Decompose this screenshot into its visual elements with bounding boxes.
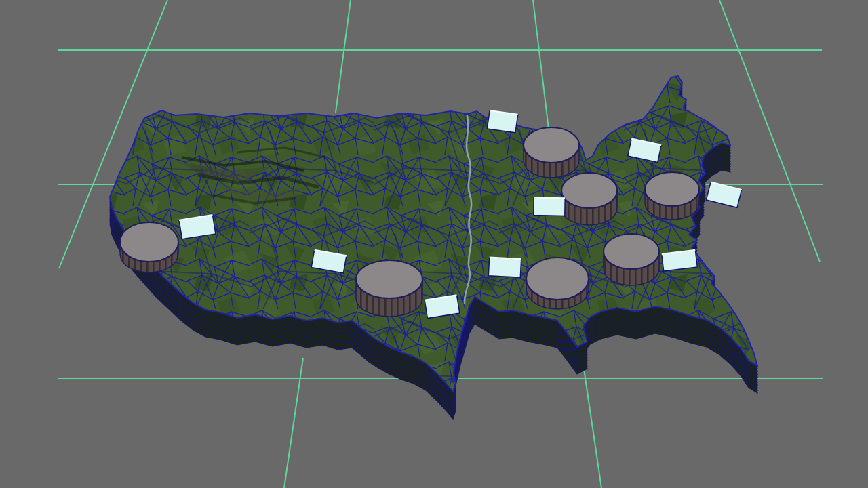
- cylinder-mideast[interactable]: [561, 173, 617, 225]
- grid-line: [533, 0, 549, 129]
- cylinder-top: [524, 127, 579, 163]
- billboard-card: [534, 198, 565, 216]
- cylinder-top: [356, 260, 422, 298]
- grid-line: [336, 0, 351, 113]
- scene-svg: [0, 0, 868, 488]
- billboard-southcenter[interactable]: [488, 258, 521, 277]
- cylinder-southeast[interactable]: [604, 234, 659, 285]
- billboard-north[interactable]: [487, 110, 517, 133]
- cylinder-west[interactable]: [120, 222, 178, 272]
- cylinder-north[interactable]: [524, 127, 579, 178]
- grid-line: [284, 358, 303, 488]
- billboard-card: [488, 258, 521, 277]
- cylinder-top: [645, 172, 699, 206]
- cylinder-southcenter[interactable]: [526, 258, 589, 309]
- grid-line: [581, 350, 601, 488]
- cylinder-east[interactable]: [645, 172, 699, 220]
- grid-line: [719, 0, 820, 262]
- billboard-centerright[interactable]: [534, 198, 565, 216]
- billboard-highlight-edge: [534, 198, 565, 199]
- cylinder-top: [120, 222, 178, 262]
- cylinder-top: [604, 234, 659, 269]
- cylinder-center[interactable]: [356, 260, 422, 317]
- billboard-east[interactable]: [706, 182, 741, 208]
- cylinder-top: [526, 258, 589, 300]
- billboard-southeast[interactable]: [662, 250, 698, 271]
- viewport-3d[interactable]: [0, 0, 868, 488]
- usa-terrain-mesh[interactable]: [110, 76, 757, 419]
- cylinder-top: [561, 173, 617, 208]
